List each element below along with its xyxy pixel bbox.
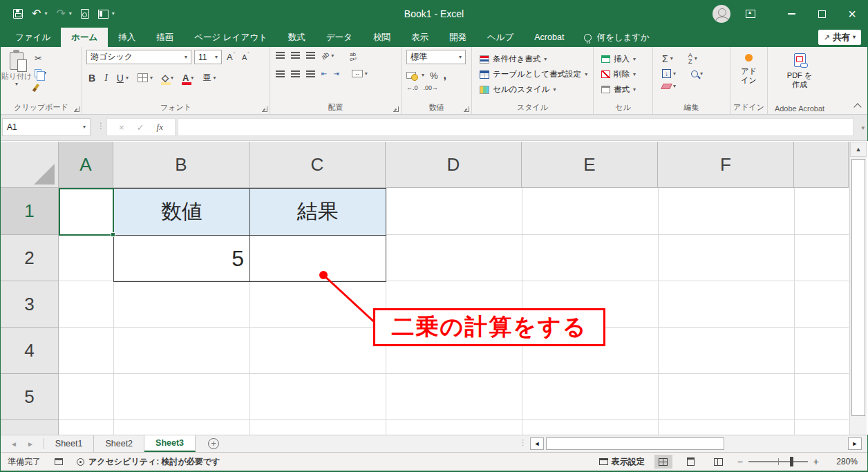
align-top-icon[interactable] [276,52,285,53]
delete-cells-button[interactable]: 削除▾ [599,68,652,81]
font-dialog-launcher-icon[interactable] [262,106,267,112]
format-cells-button[interactable]: 書式▾ [599,83,652,96]
clipboard-dialog-launcher-icon[interactable] [74,106,79,112]
tab-help[interactable]: ヘルプ [477,28,524,47]
row-header-6-partial[interactable]: 6 [1,420,59,435]
align-middle-icon[interactable] [291,52,300,53]
collapse-ribbon-icon[interactable] [853,103,861,111]
tab-acrobat[interactable]: Acrobat [524,28,574,47]
paste-button[interactable]: 貼り付け ▾ [1,50,32,93]
sheet-tab-sheet1[interactable]: Sheet1 [44,435,95,452]
tab-insert[interactable]: 挿入 [108,28,146,47]
zoom-in-icon[interactable]: + [813,456,819,467]
accounting-format-icon[interactable] [406,72,416,79]
form-view-icon[interactable] [98,10,108,19]
addins-button[interactable]: アドイン [730,50,767,85]
format-painter-button[interactable] [32,82,48,93]
macro-record-icon[interactable] [55,458,63,465]
tab-draw[interactable]: 描画 [146,28,184,47]
fill-button[interactable]: ↓▾ [660,68,678,79]
insert-cells-button[interactable]: 挿入▾ [599,53,652,66]
italic-button[interactable]: I [102,71,110,85]
display-settings-button[interactable]: 表示設定 [599,456,645,468]
cell-B1[interactable]: 数値 [113,188,250,236]
format-as-table-button[interactable]: テーブルとして書式設定▾ [478,68,593,81]
row-header-2[interactable]: 2 [1,235,59,281]
new-sheet-icon[interactable]: + [208,438,219,449]
autosum-button[interactable]: Σ▾ [660,52,675,66]
sort-filter-button[interactable]: AZ▾ [686,51,699,66]
row-header-1[interactable]: 1 [1,188,59,235]
fill-handle[interactable] [111,232,115,237]
tab-review[interactable]: 校閲 [363,28,401,47]
column-header-c[interactable]: C [249,142,386,188]
normal-view-button[interactable] [654,455,672,469]
grow-font-button[interactable]: Aˆ [225,50,237,64]
row-header-5[interactable]: 5 [1,374,59,420]
decrease-decimal-icon[interactable]: .00→ [424,84,439,91]
percent-style-icon[interactable]: % [430,70,438,81]
column-header-a[interactable]: A [59,142,113,188]
create-pdf-button[interactable]: PDF を作成 [768,50,831,89]
zoom-thumb[interactable] [790,457,793,466]
page-layout-view-button[interactable] [682,455,700,469]
align-right-icon[interactable] [306,70,315,72]
borders-button[interactable]: ▾ [135,72,155,84]
bold-button[interactable]: B [86,71,97,85]
column-header-e[interactable]: E [522,142,658,188]
vertical-scrollbar[interactable]: ▲ [849,142,867,435]
formula-bar-grip-icon[interactable]: ⋮ [97,121,104,131]
conditional-formatting-button[interactable]: 条件付き書式▾ [478,53,593,66]
undo-icon[interactable]: ↶ [32,8,41,19]
comma-style-icon[interactable]: , [444,69,446,82]
wrap-text-icon[interactable]: abc↵ [350,52,357,62]
share-button[interactable]: ↗ 共有 ▾ [818,30,861,45]
cell-C1[interactable]: 結果 [249,188,386,236]
cancel-icon[interactable]: × [119,122,124,133]
horizontal-scroll-thumb[interactable] [546,437,724,450]
accessibility-status[interactable]: アクセシビリティ: 検討が必要です [77,456,220,468]
close-button[interactable]: × [837,0,867,28]
vertical-scroll-thumb[interactable] [851,159,865,416]
align-center-icon[interactable] [291,70,300,72]
tell-me-box[interactable]: 何をしますか [584,28,649,47]
insert-function-icon[interactable]: fx [157,122,163,133]
sheet-tab-sheet3[interactable]: Sheet3 [144,435,196,452]
column-header-g-partial[interactable] [794,142,849,188]
tab-home[interactable]: ホーム [61,28,108,47]
number-dialog-launcher-icon[interactable] [464,106,469,112]
tab-developer[interactable]: 開発 [439,28,477,47]
increase-decimal-icon[interactable]: ←.0 [406,84,418,91]
number-format-combo[interactable]: 標準▾ [406,50,466,64]
merge-center-button[interactable]: ↔▾ [350,68,370,79]
increase-indent-icon[interactable]: ⇥ [333,70,339,77]
page-break-view-button[interactable] [710,455,728,469]
undo-dropdown-icon[interactable]: ▾ [44,11,47,17]
cell-styles-button[interactable]: セルのスタイル▾ [478,83,593,96]
save-icon[interactable] [13,9,23,19]
font-size-combo[interactable]: 11▾ [194,50,222,64]
alignment-dialog-launcher-icon[interactable] [393,106,399,112]
font-color-button[interactable]: A▾ [180,72,196,84]
ruby-button[interactable]: 亜▾ [200,70,218,85]
scroll-up-icon[interactable]: ▲ [850,142,867,157]
name-box[interactable]: A1 ▾ [2,118,91,136]
ribbon-display-options-icon[interactable] [746,10,755,18]
fill-color-button[interactable]: ◇▾ [160,72,176,84]
tab-view[interactable]: 表示 [401,28,439,47]
sheet-tab-sheet2[interactable]: Sheet2 [94,435,144,452]
font-name-combo[interactable]: 游ゴシック▾ [86,50,191,64]
row-header-3[interactable]: 3 [1,281,59,328]
expand-formula-bar-icon[interactable]: ▾ [861,124,865,131]
tab-page-layout[interactable]: ページ レイアウト [184,28,278,47]
scroll-left-icon[interactable]: ◄ [530,437,544,450]
formula-input[interactable] [178,118,853,136]
zoom-slider[interactable] [748,461,808,462]
tab-file[interactable]: ファイル [5,28,61,47]
minimize-button[interactable] [776,0,806,28]
accounting-dropdown-icon[interactable]: ▾ [422,73,424,78]
underline-button[interactable]: U▾ [115,71,131,85]
align-left-icon[interactable] [276,70,285,72]
align-bottom-icon[interactable] [306,52,315,53]
column-header-d[interactable]: D [386,142,522,188]
